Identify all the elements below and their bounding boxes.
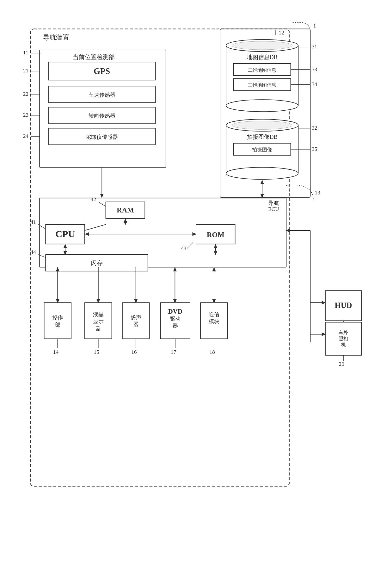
svg-point-30	[226, 167, 298, 179]
svg-text:车速传感器: 车速传感器	[89, 92, 115, 98]
svg-marker-90	[56, 299, 59, 303]
svg-rect-46	[49, 128, 156, 144]
svg-rect-124	[200, 303, 228, 339]
svg-text:导航: 导航	[268, 200, 279, 206]
svg-text:21: 21	[23, 68, 28, 74]
svg-text:RAM: RAM	[117, 206, 134, 214]
svg-rect-137	[325, 291, 361, 321]
svg-rect-141	[325, 322, 361, 355]
svg-rect-107	[85, 303, 112, 339]
svg-point-21	[226, 119, 298, 131]
svg-text:闪存: 闪存	[91, 260, 103, 266]
svg-rect-26	[234, 143, 291, 155]
svg-marker-53	[100, 193, 104, 198]
svg-text:车外: 车外	[339, 330, 348, 335]
svg-marker-130	[285, 229, 290, 232]
svg-text:44: 44	[31, 249, 36, 255]
svg-text:二维地图信息: 二维地图信息	[248, 67, 276, 72]
svg-text:12: 12	[279, 29, 284, 35]
svg-text:19: 19	[339, 330, 344, 336]
svg-text:1: 1	[313, 22, 316, 28]
diagram-container: 1 12 地图信息DB 31 二维地图信息 33 三维地图信息 34	[13, 14, 379, 551]
svg-rect-5	[226, 45, 298, 105]
svg-rect-60	[106, 202, 145, 218]
svg-marker-72	[193, 232, 197, 236]
svg-text:陀螺仪传感器: 陀螺仪传感器	[86, 134, 118, 140]
svg-point-22	[232, 121, 292, 129]
svg-text:通信: 通信	[209, 311, 219, 317]
svg-marker-66	[124, 218, 127, 222]
svg-marker-80	[214, 251, 217, 255]
svg-marker-87	[63, 251, 67, 255]
svg-point-7	[232, 41, 292, 50]
svg-text:31: 31	[312, 44, 317, 50]
svg-rect-20	[226, 125, 298, 173]
svg-marker-88	[63, 244, 67, 248]
svg-marker-100	[212, 299, 216, 303]
svg-rect-113	[122, 303, 150, 339]
svg-rect-1	[220, 29, 310, 197]
svg-rect-42	[49, 107, 156, 123]
svg-text:17: 17	[171, 349, 176, 355]
svg-text:ROM: ROM	[207, 230, 224, 238]
svg-text:扬声: 扬声	[131, 314, 141, 320]
svg-marker-95	[134, 299, 138, 303]
svg-text:操作: 操作	[52, 314, 63, 320]
svg-text:23: 23	[23, 112, 28, 118]
svg-rect-57	[40, 198, 286, 267]
svg-text:ECU: ECU	[268, 206, 279, 212]
svg-text:16: 16	[131, 349, 137, 355]
svg-marker-133	[322, 301, 326, 304]
svg-point-19	[226, 100, 298, 112]
svg-text:33: 33	[312, 66, 317, 72]
svg-rect-82	[46, 255, 148, 271]
svg-text:HUD: HUD	[335, 301, 352, 310]
svg-text:导航装置: 导航装置	[43, 33, 69, 41]
svg-text:43: 43	[181, 245, 186, 251]
svg-text:液晶: 液晶	[93, 311, 104, 317]
svg-text:32: 32	[312, 125, 317, 131]
svg-text:拍摄图像: 拍摄图像	[252, 147, 272, 152]
svg-rect-38	[49, 86, 156, 102]
svg-rect-118	[161, 303, 190, 339]
svg-text:拍摄图像DB: 拍摄图像DB	[247, 133, 278, 140]
svg-marker-73	[85, 232, 89, 236]
svg-text:35: 35	[312, 146, 317, 152]
svg-text:器: 器	[95, 325, 101, 331]
svg-rect-32	[40, 50, 166, 167]
svg-rect-102	[44, 303, 71, 339]
svg-text:模块: 模块	[209, 318, 219, 324]
svg-text:部: 部	[55, 322, 60, 328]
svg-rect-0	[31, 29, 289, 486]
svg-marker-135	[322, 332, 326, 336]
svg-marker-101	[212, 267, 216, 271]
svg-marker-97	[173, 299, 177, 303]
svg-text:照相: 照相	[339, 336, 348, 341]
svg-line-69	[38, 224, 46, 229]
svg-text:13: 13	[315, 189, 320, 195]
svg-text:器: 器	[173, 323, 178, 329]
svg-marker-65	[124, 221, 127, 225]
svg-text:器: 器	[133, 321, 138, 327]
svg-text:地图信息DB: 地图信息DB	[247, 54, 278, 60]
svg-line-77	[187, 242, 193, 248]
svg-text:42: 42	[91, 196, 96, 202]
svg-text:DVD: DVD	[168, 308, 182, 315]
svg-text:41: 41	[31, 219, 36, 225]
svg-marker-91	[56, 267, 59, 271]
svg-text:14: 14	[53, 349, 59, 355]
svg-rect-67	[46, 224, 85, 244]
svg-rect-34	[49, 62, 156, 80]
svg-text:15: 15	[94, 349, 99, 355]
svg-text:机: 机	[341, 342, 346, 347]
svg-text:11: 11	[23, 50, 28, 56]
svg-text:显示: 显示	[93, 318, 104, 324]
svg-text:三维地图信息: 三维地图信息	[248, 82, 276, 88]
svg-text:22: 22	[23, 91, 28, 97]
svg-rect-15	[234, 78, 291, 90]
svg-text:34: 34	[312, 81, 317, 87]
svg-text:转向传感器: 转向传感器	[89, 113, 115, 119]
svg-rect-75	[196, 224, 235, 244]
svg-text:驱动: 驱动	[170, 316, 181, 322]
svg-marker-81	[214, 244, 217, 248]
